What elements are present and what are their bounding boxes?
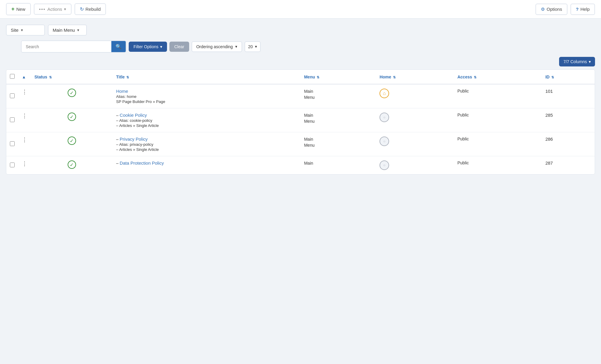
filter-options-label: Filter Options (133, 44, 158, 49)
status-col-label: Status (34, 75, 47, 79)
status-cell: ✓ (31, 108, 113, 132)
rebuild-button[interactable]: ↻ Rebuild (75, 3, 106, 15)
access-value: Public (457, 89, 469, 93)
site-dropdown[interactable]: Site ▾ (6, 25, 45, 36)
item-title-link[interactable]: Privacy Policy (120, 136, 148, 142)
options-label: Options (547, 7, 562, 12)
row-checkbox[interactable] (10, 163, 15, 167)
status-icon: ✓ (34, 136, 109, 145)
id-sort-icon: ⇅ (551, 75, 554, 79)
status-check-icon[interactable]: ✓ (68, 89, 76, 97)
title-cell: –Data Protection Policy (113, 156, 300, 175)
table-row: ⋮ ✓ –Data Protection Policy Main ○ Publi… (6, 156, 595, 175)
main-menu-label: Main Menu (53, 28, 75, 33)
title-col-header[interactable]: Title ⇅ (113, 70, 300, 84)
item-alias: Alias: home (116, 94, 297, 99)
home-col-header[interactable]: Home ⇅ (376, 70, 454, 84)
count-label: 20 (248, 44, 253, 49)
id-col-label: ID (545, 75, 550, 79)
search-button[interactable]: 🔍 (111, 41, 126, 52)
drag-handle-icon[interactable]: ⋮ (22, 161, 27, 167)
menu-col-header[interactable]: Menu ⇅ (300, 70, 376, 84)
home-inactive-icon[interactable]: ○ (380, 136, 389, 146)
ordering-label: Ordering ascending (196, 44, 233, 49)
help-button[interactable]: ? Help (570, 4, 595, 15)
count-chevron-icon: ▾ (255, 44, 257, 49)
filter-options-button[interactable]: Filter Options ▾ (129, 42, 167, 52)
main-menu-dropdown[interactable]: Main Menu ▾ (48, 25, 87, 36)
drag-handle-icon[interactable]: ⋮ (22, 137, 27, 143)
ordering-dropdown[interactable]: Ordering ascending ▾ (192, 41, 242, 52)
home-inactive-icon[interactable]: ○ (380, 113, 389, 122)
id-cell: 285 (542, 108, 595, 132)
clear-button[interactable]: Clear (169, 42, 189, 52)
item-title-link[interactable]: Cookie Policy (120, 113, 147, 118)
columns-chevron-icon: ▾ (589, 59, 591, 64)
item-type: – Articles » Single Article (116, 147, 297, 152)
drag-handle-cell: ⋮ (18, 84, 31, 108)
rebuild-label: Rebuild (86, 7, 101, 12)
search-input[interactable] (22, 42, 111, 52)
row-checkbox[interactable] (10, 117, 15, 122)
item-alias: – Alias: cookie-policy (116, 118, 297, 123)
item-type: SP Page Builder Pro » Page (116, 99, 297, 104)
select-all-header[interactable] (6, 70, 18, 84)
actions-label: Actions (47, 7, 62, 12)
access-cell: Public (454, 84, 542, 108)
columns-button[interactable]: 7/7 Columns ▾ (559, 57, 595, 66)
access-cell: Public (454, 108, 542, 132)
search-icon: 🔍 (116, 44, 122, 49)
access-value: Public (457, 113, 469, 117)
home-inactive-icon[interactable]: ○ (380, 160, 389, 170)
new-button[interactable]: + New (6, 3, 31, 15)
menu-value: MainMenu (304, 113, 315, 124)
drag-col-header: ▲ (18, 70, 31, 84)
status-cell: ✓ (31, 132, 113, 156)
menu-value: MainMenu (304, 137, 315, 148)
table-row: ⋮ ✓ –Cookie Policy – Alias: cookie-polic… (6, 108, 595, 132)
status-check-icon[interactable]: ✓ (68, 136, 76, 145)
id-value: 285 (545, 113, 553, 118)
item-title-link[interactable]: Data Protection Policy (120, 160, 164, 166)
sort-icon: ▲ (22, 75, 26, 79)
main-menu-chevron-icon: ▾ (77, 28, 79, 32)
count-dropdown[interactable]: 20 ▾ (245, 41, 261, 52)
title-col-label: Title (116, 75, 125, 79)
options-button[interactable]: ⚙ Options (535, 4, 567, 15)
columns-row: 7/7 Columns ▾ (6, 57, 595, 66)
actions-button[interactable]: ••• Actions ▾ (34, 4, 72, 15)
status-check-icon[interactable]: ✓ (68, 160, 76, 169)
menu-cell: MainMenu (300, 132, 376, 156)
status-icon: ✓ (34, 89, 109, 97)
table-row: ⋮ ✓ Home Alias: home SP Page Builder Pro… (6, 84, 595, 108)
item-title: Home (116, 89, 297, 94)
ordering-chevron-icon: ▾ (235, 44, 237, 49)
id-col-header[interactable]: ID ⇅ (542, 70, 595, 84)
search-wrap: 🔍 (21, 40, 126, 53)
row-checkbox-cell (6, 132, 18, 156)
help-label: Help (580, 7, 590, 12)
access-cell: Public (454, 156, 542, 175)
drag-handle-icon[interactable]: ⋮ (22, 89, 27, 95)
status-icon: ✓ (34, 113, 109, 121)
status-cell: ✓ (31, 156, 113, 175)
row-checkbox[interactable] (10, 93, 15, 98)
toolbar-right: ⚙ Options ? Help (535, 4, 595, 15)
indent-dash: – (116, 113, 119, 118)
access-cell: Public (454, 132, 542, 156)
access-col-header[interactable]: Access ⇅ (454, 70, 542, 84)
item-title: –Privacy Policy (116, 136, 297, 142)
item-title-link[interactable]: Home (116, 89, 128, 94)
select-all-checkbox[interactable] (10, 74, 15, 79)
row-checkbox[interactable] (10, 141, 15, 146)
drag-handle-icon[interactable]: ⋮ (22, 113, 27, 119)
home-active-icon[interactable]: ⌂ (380, 89, 389, 98)
status-check-icon[interactable]: ✓ (68, 113, 76, 121)
row-checkbox-cell (6, 108, 18, 132)
drag-handle-cell: ⋮ (18, 156, 31, 175)
menu-sort-icon: ⇅ (317, 75, 319, 79)
table-header-row: ▲ Status ⇅ Title ⇅ Menu ⇅ Ho (6, 70, 595, 84)
id-cell: 286 (542, 132, 595, 156)
status-col-header[interactable]: Status ⇅ (31, 70, 113, 84)
id-cell: 101 (542, 84, 595, 108)
